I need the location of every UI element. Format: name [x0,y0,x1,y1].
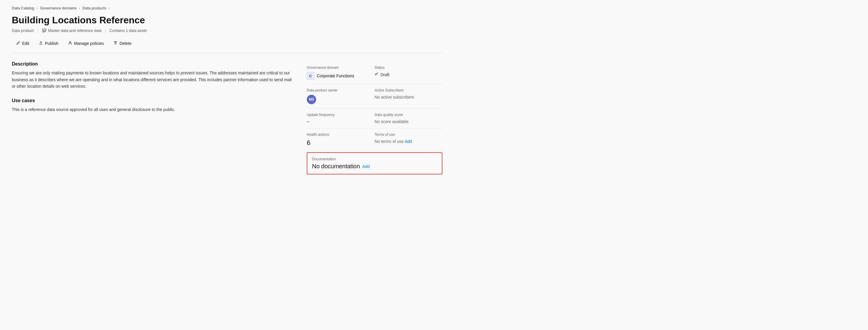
subtitle-domain-type: Master data and reference data [48,28,101,33]
toolbar: Edit Publish Manage policies [12,39,442,53]
edit-button[interactable]: Edit [12,39,33,48]
manage-policies-icon [68,41,72,46]
delete-button[interactable]: Delete [109,39,135,48]
health-label: Health actions [307,132,375,137]
edit-icon [16,41,20,46]
description-section: Description Ensuring we are only making … [12,61,295,89]
subscribers-label: Active Subscribers [375,88,442,92]
manage-policies-label: Manage policies [74,41,104,46]
quality-label: Data quality score [375,113,442,117]
update-freq-cell: Update frequency -- [307,109,375,128]
terms-label: Terms of use [375,132,442,137]
documentation-value: No documentation Add [312,163,437,170]
main-layout: Description Ensuring we are only making … [12,61,442,175]
documentation-text: No documentation [312,163,360,170]
owner-value: ND [307,95,375,104]
breadcrumb: Data Catalog › Governance domains › Data… [12,6,442,10]
svg-rect-0 [42,29,46,30]
publish-icon [39,41,43,46]
status-value: Draft [375,72,389,77]
breadcrumb-data-products[interactable]: Data products [82,6,106,10]
breadcrumb-sep-1: › [37,6,38,10]
breadcrumb-governance-domains[interactable]: Governance domains [40,6,77,10]
status-label: Status [375,65,442,70]
publish-label: Publish [45,41,58,46]
breadcrumb-data-catalog[interactable]: Data Catalog [12,6,34,10]
subtitle-type: Data product [12,28,34,33]
breadcrumb-sep-2: › [79,6,80,10]
manage-policies-button[interactable]: Manage policies [64,39,108,48]
edit-label: Edit [22,41,29,46]
owner-cell: Data product owner ND [307,84,375,109]
health-value: 6 [307,139,375,147]
documentation-add-link[interactable]: Add [362,164,370,169]
description-title: Description [12,61,295,67]
quality-value: No score available [375,119,442,124]
description-text: Ensuring we are only making payments to … [12,70,295,89]
breadcrumb-sep-3: › [108,6,110,10]
subtitle-sep-2: | [105,28,106,33]
owner-label: Data product owner [307,88,375,92]
status-cell: Status Draft [375,61,442,84]
svg-rect-1 [42,30,46,31]
use-cases-section: Use cases This is a reference data sourc… [12,98,295,113]
sidebar-grid: Governance domain C Corporate Functions … [307,61,442,175]
sidebar: Governance domain C Corporate Functions … [307,61,442,175]
documentation-box: Documentation No documentation Add [307,152,442,175]
draft-icon [375,72,379,77]
quality-cell: Data quality score No score available [375,109,442,128]
subscribers-cell: Active Subscribers No active subscribers [375,84,442,109]
owner-avatar: ND [307,95,316,104]
database-icon [42,28,46,33]
use-cases-text: This is a reference data source approved… [12,106,295,113]
main-content: Description Ensuring we are only making … [12,61,295,175]
svg-point-2 [69,41,71,43]
subtitle-row: Data product | Master data and reference… [12,28,442,33]
governance-domain-name: Corporate Functions [317,73,354,78]
health-cell: Health actions 6 [307,128,375,151]
update-freq-value: -- [307,119,375,124]
terms-cell: Terms of use No terms of use Add [375,128,442,151]
subtitle-icon-group: Master data and reference data [42,28,101,33]
terms-value: No terms of use Add [375,139,442,144]
terms-add-link[interactable]: Add [405,139,412,144]
governance-domain-cell: Governance domain C Corporate Functions [307,61,375,84]
subtitle-assets: Contains 1 data asset [110,28,147,33]
page-title: Building Locations Reference [12,14,442,26]
publish-button[interactable]: Publish [34,39,63,48]
update-freq-label: Update frequency [307,113,375,117]
documentation-label: Documentation [312,157,437,161]
use-cases-title: Use cases [12,98,295,103]
subtitle-sep-1: | [37,28,38,33]
governance-domain-value: C Corporate Functions [307,72,354,80]
governance-domain-label: Governance domain [307,65,375,70]
delete-label: Delete [119,41,131,46]
domain-icon: C [307,72,314,80]
status-text: Draft [380,72,389,77]
delete-icon [113,41,118,46]
subscribers-value: No active subscribers [375,95,442,99]
